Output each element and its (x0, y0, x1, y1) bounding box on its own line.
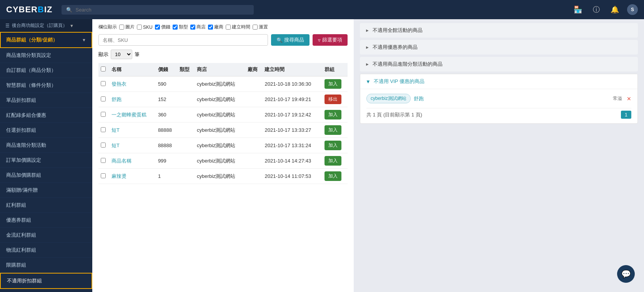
sidebar-item-coupon-group[interactable]: 優惠券群組 (0, 213, 92, 228)
grid-icon: ☰ (5, 23, 10, 28)
row-checkbox[interactable] (101, 96, 106, 101)
col-sku-label[interactable]: SKU (137, 25, 153, 30)
remove-from-group-button[interactable]: 移出 (324, 95, 341, 104)
sidebar-group-header[interactable]: 商品群組（分類/促銷） ▼ (0, 32, 92, 48)
product-name-link[interactable]: 短T (111, 143, 120, 148)
row-checkbox[interactable] (101, 158, 106, 163)
product-created: 2021-10-17 19:12:42 (262, 107, 322, 123)
sidebar-item-limit-group[interactable]: 限購群組 (0, 258, 92, 273)
sidebar-item-product-category-page[interactable]: 商品進階分類頁設定 (0, 48, 92, 63)
product-name-link[interactable]: 發熱衣 (111, 81, 126, 87)
row-checkbox[interactable] (101, 127, 106, 132)
tag-remove-button[interactable]: ✕ (627, 96, 631, 102)
col-price-label[interactable]: 價錢 (155, 24, 170, 30)
vip-page-1-button[interactable]: 1 (621, 111, 631, 119)
col-header-price: 價錢 (156, 63, 178, 76)
product-price: 152 (156, 92, 178, 107)
right-panel-item-no-tiered[interactable]: ► 不適用商品進階分類活動的商品 (360, 57, 638, 71)
select-all-checkbox[interactable] (101, 66, 106, 71)
col-type-checkbox[interactable] (173, 25, 178, 30)
content-area: 欄位顯示 圖片 SKU 價錢 類型 (92, 19, 644, 292)
sidebar-section-header[interactable]: ☰ 後台商功能設定（訂購頁） ▼ (0, 19, 92, 32)
col-vendor-label[interactable]: 廠商 (208, 24, 223, 30)
product-name-link[interactable]: 一之鄉蜂蜜蛋糕 (111, 112, 146, 118)
add-to-group-button[interactable]: 加入 (324, 125, 341, 135)
col-price-checkbox[interactable] (155, 25, 160, 30)
avatar[interactable]: S (627, 4, 638, 15)
product-name-link[interactable]: 麻辣燙 (111, 173, 126, 179)
sidebar-item-single-discount[interactable]: 單品折扣群組 (0, 93, 92, 108)
sidebar-item-smart-group[interactable]: 智慧群組（條件分類） (0, 78, 92, 93)
col-shop-label[interactable]: 商店 (190, 24, 206, 30)
vip-pagination: 共 1 頁 (目前顯示第 1 頁) 1 (366, 108, 631, 119)
help-icon[interactable]: ⓘ (590, 3, 602, 16)
col-vendor-checkbox[interactable] (208, 25, 213, 30)
chevron-right-icon-2: ► (365, 45, 369, 50)
product-search-input[interactable] (98, 34, 268, 46)
sidebar-item-combo-discount[interactable]: 紅配綠多組合優惠 (0, 108, 92, 123)
product-name-link[interactable]: 舒跑 (111, 96, 121, 102)
col-sku-checkbox[interactable] (137, 25, 142, 30)
product-vendor (245, 76, 263, 92)
sidebar-item-selective-discount[interactable]: 任選折扣群組 (0, 123, 92, 138)
product-name-link[interactable]: 商品名稱 (111, 158, 131, 164)
sidebar-item-custom-group[interactable]: 自訂群組（商品分類） (0, 63, 92, 78)
col-image-checkbox[interactable] (119, 25, 124, 30)
per-page-select[interactable]: 10 25 50 100 (111, 50, 132, 59)
row-checkbox[interactable] (101, 81, 106, 86)
product-vendor (245, 138, 263, 153)
left-panel: 欄位顯示 圖片 SKU 價錢 類型 (92, 19, 354, 292)
product-created: 2021-10-17 13:31:24 (262, 138, 322, 153)
sidebar-item-full-gift[interactable]: 滿額贈/滿件贈 (0, 183, 92, 198)
col-image-label[interactable]: 圖片 (119, 24, 135, 30)
table-row: 發熱衣 590 cyberbiz測試網站 2021-10-18 10:36:30… (98, 76, 348, 92)
add-to-group-button[interactable]: 加入 (324, 79, 341, 89)
col-header-group: 群組 (322, 63, 348, 76)
search-icon: 🔍 (66, 7, 72, 13)
product-vendor (245, 92, 263, 107)
col-placement-label[interactable]: 滙置 (253, 24, 268, 30)
filter-icon: ▿ (318, 37, 321, 43)
search-input[interactable] (75, 7, 249, 13)
sidebar: ☰ 後台商功能設定（訂購頁） ▼ 商品群組（分類/促銷） ▼ 商品進階分類頁設定… (0, 19, 92, 292)
sidebar-item-no-discount-group[interactable]: 不適用折扣群組 (0, 273, 92, 289)
product-table-container: 名稱 價錢 類型 商店 廠商 建立時間 群組 發熱衣 590 cyberbi (98, 63, 348, 287)
row-checkbox[interactable] (101, 112, 106, 117)
store-icon[interactable]: 🏪 (572, 3, 584, 16)
col-shop-checkbox[interactable] (190, 25, 195, 30)
add-to-group-button[interactable]: 加入 (324, 156, 341, 166)
tag-suffix: 常溢 (613, 95, 622, 102)
sidebar-item-order-addon[interactable]: 訂單加價購設定 (0, 153, 92, 168)
row-checkbox[interactable] (101, 173, 106, 178)
product-price: 88888 (156, 123, 178, 138)
product-price: 999 (156, 153, 178, 169)
right-panel-item-no-coupon[interactable]: ► 不適用優惠券的商品 (360, 40, 638, 55)
product-name-link[interactable]: 短T (111, 127, 120, 133)
filter-button[interactable]: ▿ 篩選要項 (313, 34, 348, 46)
col-header-type: 類型 (177, 63, 195, 76)
pagination-row: 顯示 10 25 50 100 筆 (98, 50, 348, 59)
sidebar-item-logistics-group[interactable]: 物流紅利群組 (0, 243, 92, 258)
col-created-checkbox[interactable] (226, 25, 231, 30)
notification-icon[interactable]: 🔔 (609, 3, 621, 16)
add-to-group-button[interactable]: 加入 (324, 141, 341, 150)
sidebar-item-tiered-category[interactable]: 商品進階分類活動 (0, 138, 92, 153)
product-type (177, 153, 195, 169)
add-to-group-button[interactable]: 加入 (324, 110, 341, 119)
product-shop: cyberbiz測試網站 (195, 92, 245, 107)
sidebar-item-product-addon-group[interactable]: 商品加價購群組 (0, 168, 92, 183)
chevron-right-icon-3: ► (365, 62, 369, 66)
col-header-shop: 商店 (195, 63, 245, 76)
chat-button[interactable]: 💬 (617, 265, 635, 283)
add-to-group-button[interactable]: 加入 (324, 171, 341, 181)
col-created-label[interactable]: 建立時間 (226, 24, 250, 30)
vip-header[interactable]: ▼ 不適用 VIP 優惠的商品 (360, 74, 637, 89)
right-panel-item-no-store-event[interactable]: ► 不適用全館活動的商品 (360, 23, 638, 38)
sidebar-item-bonus-group[interactable]: 紅利群組 (0, 198, 92, 213)
search-bar[interactable]: 🔍 (62, 5, 254, 15)
search-products-button[interactable]: 🔍 搜尋商品 (271, 34, 310, 46)
sidebar-item-cashflow-group[interactable]: 金流紅利群組 (0, 228, 92, 243)
col-placement-checkbox[interactable] (253, 25, 258, 30)
row-checkbox[interactable] (101, 143, 106, 148)
col-type-label[interactable]: 類型 (173, 24, 188, 30)
